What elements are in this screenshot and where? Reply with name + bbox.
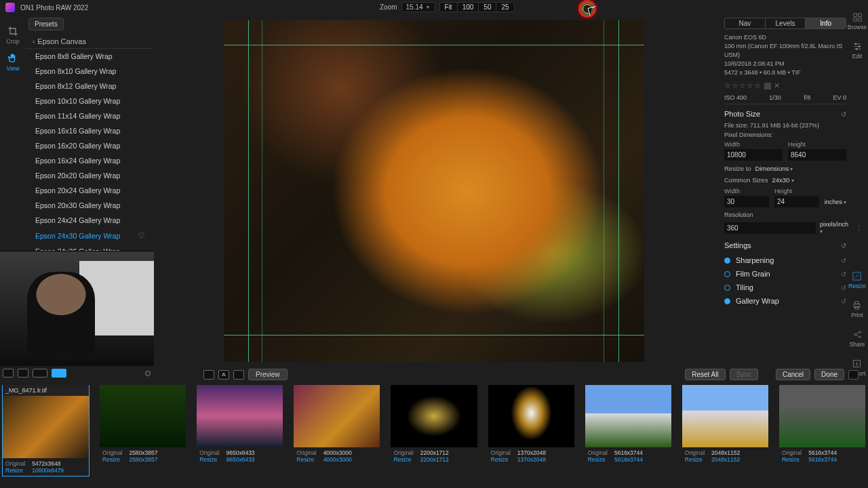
reset-all-button[interactable]: Reset All xyxy=(685,369,725,380)
thumbnail-image xyxy=(3,396,89,458)
preset-item[interactable]: Epson 16x24 Gallery Wrap xyxy=(26,153,152,168)
presets-tab[interactable]: Presets xyxy=(28,18,64,30)
view-single-button[interactable] xyxy=(3,369,14,378)
resolution-more-icon[interactable]: ⋮ xyxy=(855,224,863,232)
image-canvas[interactable] xyxy=(224,20,644,362)
view-dual-button[interactable] xyxy=(18,369,28,378)
sliders-icon xyxy=(852,41,863,52)
preset-item[interactable]: Epson 20x20 Gallery Wrap xyxy=(26,168,152,183)
output-width-input[interactable] xyxy=(724,196,769,207)
zoom-100-button[interactable]: 100 xyxy=(458,3,479,12)
preset-item[interactable]: Epson 20x30 Gallery Wrap xyxy=(26,198,152,213)
compare-split-button[interactable] xyxy=(233,370,244,380)
star-icon[interactable]: ☆ xyxy=(724,81,731,90)
thumbnail[interactable]: OriginalResize2048x11522048x1152 xyxy=(682,385,768,465)
toggle-dot-icon xyxy=(724,271,730,277)
preset-item[interactable]: Epson 24x24 Gallery Wrap xyxy=(26,213,152,228)
rating-stars[interactable]: ☆☆☆☆☆ ✕ xyxy=(724,81,846,90)
reset-icon[interactable]: ↺ xyxy=(841,270,846,278)
star-icon[interactable]: ☆ xyxy=(732,81,738,90)
zoom-25-button[interactable]: 25 xyxy=(496,3,513,12)
export-icon xyxy=(852,359,862,369)
units-dropdown[interactable]: inches xyxy=(825,199,846,205)
setting-tiling[interactable]: Tiling↺ xyxy=(724,281,846,294)
setting-sharpening[interactable]: Sharpening↺ xyxy=(724,253,846,267)
preset-item[interactable]: Epson 11x14 Gallery Wrap xyxy=(26,108,152,123)
preview-button[interactable]: Preview xyxy=(248,369,288,380)
opacity-handle[interactable] xyxy=(145,371,151,376)
thumbnail[interactable]: OriginalResize2580x38572580x3857 xyxy=(100,385,186,465)
preset-item[interactable]: Epson 8x10 Gallery Wrap xyxy=(26,64,152,79)
resize-module[interactable]: Resize xyxy=(848,271,866,289)
file-size-text: File size: 711.91 MiB 16-bit (237%) xyxy=(724,122,846,129)
favorite-icon[interactable]: ♡ xyxy=(138,231,145,241)
view-tool[interactable]: View xyxy=(6,53,19,72)
thumbnail[interactable]: OriginalResize1370x20481370x2048 xyxy=(488,385,574,465)
setting-film-grain[interactable]: Film Grain↺ xyxy=(724,267,846,281)
compare-off-button[interactable] xyxy=(203,370,214,380)
reset-settings-icon[interactable]: ↺ xyxy=(841,242,846,249)
presets-panel: Presets ‹ Epson Canvas Epson 8x8 Gallery… xyxy=(26,16,152,274)
sync-button[interactable]: Sync xyxy=(730,369,758,380)
star-icon[interactable]: ☆ xyxy=(739,81,746,90)
output-height-input[interactable] xyxy=(774,196,819,207)
svg-point-12 xyxy=(859,331,861,333)
panel-tabs: Nav Levels Info xyxy=(724,18,846,29)
preset-item[interactable]: Epson 8x8 Gallery Wrap xyxy=(26,49,152,64)
cancel-button[interactable]: Cancel xyxy=(776,369,810,380)
app-title: ON1 Photo RAW 2022 xyxy=(20,4,88,12)
thumbnail[interactable]: OriginalResize2200x17122200x1712 xyxy=(391,385,477,465)
share-module[interactable]: Share xyxy=(850,329,865,348)
thumbnail[interactable]: OriginalResize5616x37445616x3744 xyxy=(585,385,671,465)
preset-item[interactable]: Epson 20x24 Gallery Wrap xyxy=(26,183,152,198)
share-icon xyxy=(852,329,863,340)
zoom-value-dropdown[interactable]: 15.14▼ xyxy=(401,2,435,12)
thumbnail-image xyxy=(585,385,671,447)
print-module[interactable]: Print xyxy=(851,300,863,319)
browse-module[interactable]: Browse xyxy=(848,12,867,30)
thumbnail[interactable]: OriginalResize5616x37445616x3744 xyxy=(779,385,865,465)
star-icon[interactable]: ☆ xyxy=(754,81,761,90)
chevron-down-icon: ▼ xyxy=(426,5,431,9)
color-label-swatch[interactable] xyxy=(764,83,771,89)
toggle-panel-button[interactable] xyxy=(848,370,859,380)
thumbnail[interactable]: OriginalResize9650x64339650x6433 xyxy=(197,385,283,465)
reset-icon[interactable]: ↺ xyxy=(841,284,846,291)
view-strip-button[interactable] xyxy=(33,369,47,378)
preset-item[interactable]: Epson 16x20 Gallery Wrap xyxy=(26,138,152,153)
setting-gallery-wrap[interactable]: Gallery Wrap↺ xyxy=(724,294,846,308)
edit-module[interactable]: Edit xyxy=(852,41,863,60)
filmstrip[interactable]: _MG_8471.lr.tifOriginalResize5472x364810… xyxy=(0,385,868,487)
crop-tool[interactable]: Crop xyxy=(6,26,20,45)
reset-icon[interactable]: ↺ xyxy=(841,298,846,305)
svg-point-4 xyxy=(854,43,856,45)
preset-item[interactable]: Epson 24x30 Gallery Wrap♡ xyxy=(26,228,152,244)
zoom-fit-button[interactable]: Fit xyxy=(440,3,458,12)
reset-icon[interactable]: ↺ xyxy=(841,257,846,264)
thumbnail[interactable]: _MG_8471.lr.tifOriginalResize5472x364810… xyxy=(3,385,89,476)
preview-controls: A Preview xyxy=(203,369,288,380)
preset-item[interactable]: Epson 10x10 Gallery Wrap xyxy=(26,94,152,108)
webcam-overlay xyxy=(0,251,154,366)
tab-levels[interactable]: Levels xyxy=(766,18,806,28)
done-button[interactable]: Done xyxy=(814,369,844,380)
svg-point-5 xyxy=(858,45,860,47)
resize-to-dropdown[interactable]: Dimensions xyxy=(755,165,793,172)
thumbnail[interactable]: OriginalResize4000x30004000x3000 xyxy=(294,385,380,465)
preset-category-header[interactable]: ‹ Epson Canvas xyxy=(26,35,152,49)
preset-item[interactable]: Epson 16x16 Gallery Wrap xyxy=(26,123,152,138)
tab-info[interactable]: Info xyxy=(806,18,846,28)
view-grid-button[interactable] xyxy=(52,369,66,378)
resolution-units-dropdown[interactable]: pixels/inch xyxy=(820,221,848,235)
preset-item[interactable]: Epson 8x12 Gallery Wrap xyxy=(26,79,152,94)
svg-point-6 xyxy=(856,48,858,50)
zoom-50-button[interactable]: 50 xyxy=(479,3,496,12)
tab-nav[interactable]: Nav xyxy=(725,18,766,28)
toggle-dot-icon xyxy=(724,258,730,264)
reset-section-icon[interactable]: ↺ xyxy=(841,110,846,118)
resolution-input[interactable] xyxy=(724,222,816,234)
clear-rating-icon[interactable]: ✕ xyxy=(774,81,780,90)
star-icon[interactable]: ☆ xyxy=(747,81,753,90)
compare-a-button[interactable]: A xyxy=(218,370,229,380)
common-sizes-dropdown[interactable]: 24x30 xyxy=(772,176,793,184)
